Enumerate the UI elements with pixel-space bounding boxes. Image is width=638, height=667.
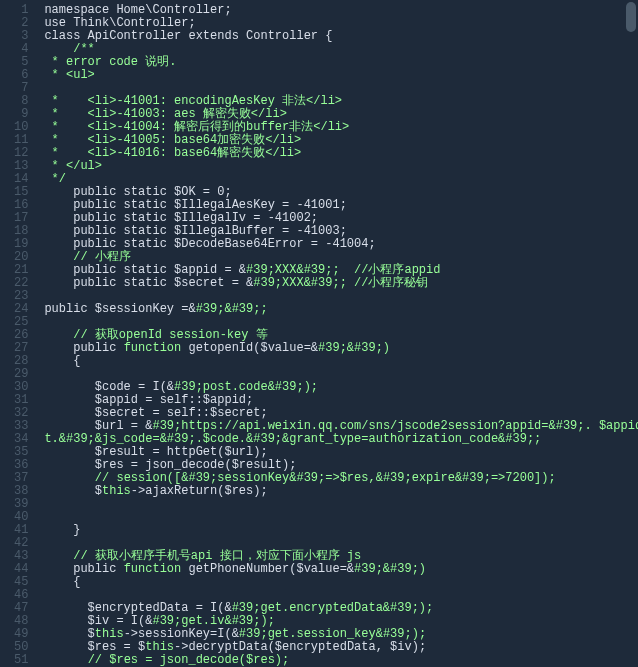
code-token: public static $OK = 0; (44, 185, 231, 199)
code-token: #39;&#39;) (354, 562, 426, 576)
line-number: 51 (14, 654, 28, 667)
code-token: { (44, 575, 80, 589)
code-token: public static $appid = & (44, 263, 246, 277)
code-token: t.&#39;&js_code=&#39;.$code.&#39;&grant_… (44, 432, 541, 446)
code-token: */ (44, 172, 66, 186)
code-token: public static $secret = & (44, 276, 253, 290)
code-token: public (44, 562, 123, 576)
code-token: function (124, 341, 182, 355)
code-token: getopenId($value=& (181, 341, 318, 355)
code-token: class ApiController extends Controller { (44, 29, 332, 43)
code-line[interactable]: public function getopenId($value=&#39;&#… (44, 342, 638, 355)
code-token: #39;get.iv&#39;); (152, 614, 274, 628)
code-line[interactable]: $this->ajaxReturn($res); (44, 485, 638, 498)
code-token: #39;&#39;) (318, 341, 390, 355)
code-token: * <ul> (44, 68, 94, 82)
code-line[interactable]: * error code 说明. (44, 56, 638, 69)
code-token: // 获取小程序手机号api 接口，对应下面小程序 js (73, 549, 361, 563)
code-line[interactable]: * <ul> (44, 69, 638, 82)
code-token: $url = & (44, 419, 152, 433)
code-token: public static $IllegalAesKey = -41001; (44, 198, 346, 212)
code-line[interactable]: public static $DecodeBase64Error = -4100… (44, 238, 638, 251)
code-token: * </ul> (44, 159, 102, 173)
code-token: #39;XXX&#39;; //小程序appid (246, 263, 440, 277)
code-token: #39;post.code&#39;); (174, 380, 318, 394)
code-token: * <li>-41005: base64加密失败</li> (44, 133, 301, 147)
code-token: #39;XXX&#39;; //小程序秘钥 (253, 276, 428, 290)
code-token: this (145, 640, 174, 654)
code-token: getPhoneNumber($value=& (181, 562, 354, 576)
code-line[interactable]: public static $secret = &#39;XXX&#39;; /… (44, 277, 638, 290)
code-token: * <li>-41004: 解密后得到的buffer非法</li> (44, 120, 349, 134)
code-token: $ (44, 484, 102, 498)
code-line[interactable]: // $res = json_decode($res); (44, 654, 638, 667)
code-token: public $sessionKey =& (44, 302, 195, 316)
code-token: * error code 说明. (44, 55, 176, 69)
code-editor: 1234567891011121314151617181920212223242… (0, 0, 638, 667)
code-token: $code = I(& (44, 380, 174, 394)
code-token: ->sessionKey=I(& (124, 627, 239, 641)
code-line[interactable]: { (44, 355, 638, 368)
code-token: $iv = I(& (44, 614, 152, 628)
code-token (44, 471, 94, 485)
code-token: // 小程序 (73, 250, 131, 264)
code-token: // $res = json_decode($res); (88, 653, 290, 667)
code-line[interactable] (44, 498, 638, 511)
line-number-gutter: 1234567891011121314151617181920212223242… (0, 0, 36, 667)
code-token: $res = $ (44, 640, 145, 654)
code-token: ->decryptData($encryptedData, $iv); (174, 640, 426, 654)
code-token: public static $IllegalBuffer = -41003; (44, 224, 346, 238)
code-token: $ (44, 627, 94, 641)
code-token: #39;get.session_key&#39;); (239, 627, 426, 641)
code-token: namespace Home\Controller; (44, 3, 231, 17)
code-line[interactable]: * <li>-41016: base64解密失败</li> (44, 147, 638, 160)
code-token: // session([&#39;sessionKey&#39;=>$res,&… (95, 471, 556, 485)
code-token: public static $DecodeBase64Error = -4100… (44, 237, 375, 251)
code-token: function (124, 562, 182, 576)
code-token: this (102, 484, 131, 498)
code-token: $appid = self::$appid; (44, 393, 253, 407)
code-token: * <li>-41016: base64解密失败</li> (44, 146, 301, 160)
code-token (44, 250, 73, 264)
code-token: #39;get.encryptedData&#39;); (232, 601, 434, 615)
code-token: public (44, 341, 123, 355)
code-token: $result = httpGet($url); (44, 445, 267, 459)
code-line[interactable]: { (44, 576, 638, 589)
code-token: /** (73, 42, 95, 56)
code-line[interactable]: public $sessionKey =&#39;&#39;; (44, 303, 638, 316)
vertical-scrollbar-thumb[interactable] (626, 2, 636, 32)
code-token: use Think\Controller; (44, 16, 195, 30)
code-token (44, 549, 73, 563)
code-token: #39;https://api.weixin.qq.com/sns/jscode… (152, 419, 638, 433)
code-line[interactable]: public function getPhoneNumber($value=&#… (44, 563, 638, 576)
code-token: #39;&#39;; (196, 302, 268, 316)
code-token: * <li>-41001: encodingAesKey 非法</li> (44, 94, 342, 108)
code-line[interactable]: class ApiController extends Controller { (44, 30, 638, 43)
code-token: $secret = self::$secret; (44, 406, 267, 420)
code-area[interactable]: namespace Home\Controller;use Think\Cont… (36, 0, 638, 667)
code-token: $encryptedData = I(& (44, 601, 231, 615)
code-line[interactable]: * </ul> (44, 160, 638, 173)
code-token: // 获取openId session-key 等 (73, 328, 267, 342)
code-line[interactable]: } (44, 524, 638, 537)
code-token: this (95, 627, 124, 641)
code-token: ->ajaxReturn($res); (131, 484, 268, 498)
code-token (44, 328, 73, 342)
code-token: * <li>-41003: aes 解密失败</li> (44, 107, 286, 121)
code-token: { (44, 354, 80, 368)
code-token (44, 653, 87, 667)
code-token: $res = json_decode($result); (44, 458, 296, 472)
code-line[interactable] (44, 511, 638, 524)
code-token (44, 42, 73, 56)
code-token: } (44, 523, 80, 537)
code-token: public static $IllegalIv = -41002; (44, 211, 318, 225)
